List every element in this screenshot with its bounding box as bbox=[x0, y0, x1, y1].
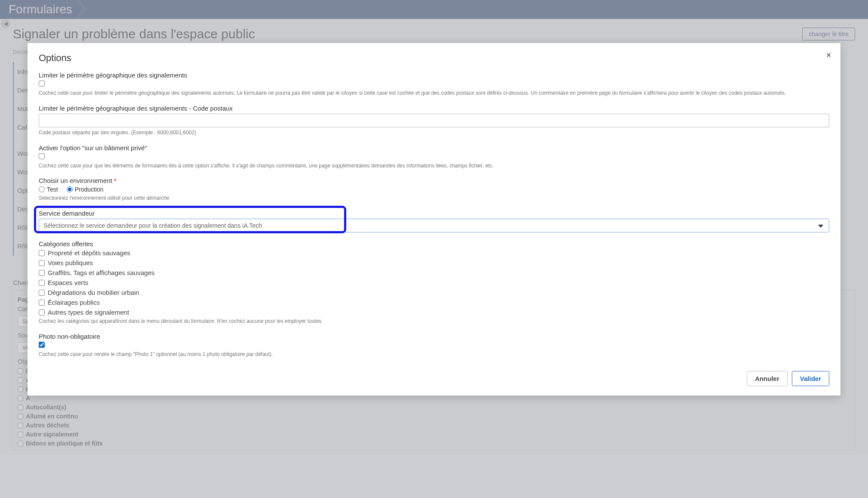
env-help: Sélectionnez l'environnement utilisé pou… bbox=[39, 195, 829, 202]
env-radio-test[interactable]: Test bbox=[39, 186, 58, 193]
categories-label: Catégories offertes bbox=[39, 240, 829, 247]
modal-backdrop: Options × Limiter le périmètre géographi… bbox=[0, 0, 868, 498]
perimeter-checkbox[interactable] bbox=[39, 80, 45, 87]
category-item[interactable]: Dégradations du mobilier urbain bbox=[39, 289, 829, 296]
category-item[interactable]: Propreté et dépôts sauvages bbox=[39, 249, 829, 257]
category-item[interactable]: Éclairages publics bbox=[39, 299, 829, 306]
service-highlight bbox=[36, 208, 344, 231]
category-item[interactable]: Graffitis, Tags et affichages sauvages bbox=[39, 269, 829, 276]
private-help: Cochez cette case pour que les éléments … bbox=[39, 162, 829, 170]
photo-help: Cochez cette case pour rendre le champ "… bbox=[39, 351, 829, 358]
photo-label: Photo non-obligatoire bbox=[39, 333, 829, 340]
category-item[interactable]: Autres types de signalement bbox=[39, 309, 829, 316]
categories-list: Propreté et dépôts sauvages Voies publiq… bbox=[39, 249, 829, 316]
options-modal: Options × Limiter le périmètre géographi… bbox=[28, 43, 840, 396]
postal-input[interactable] bbox=[39, 114, 829, 127]
env-label: Choisir un environnement * bbox=[39, 177, 829, 184]
modal-title: Options bbox=[39, 53, 829, 64]
perimeter-label: Limiter le périmètre géographique des si… bbox=[39, 71, 829, 79]
category-item[interactable]: Voies publiques bbox=[39, 259, 829, 266]
postal-help: Code postaux séparés par des virgules. (… bbox=[39, 129, 829, 136]
cancel-button[interactable]: Annuler bbox=[747, 371, 788, 386]
categories-help: Cochez les catégories qui apparaîtront d… bbox=[39, 318, 829, 325]
env-radio-production[interactable]: Production bbox=[67, 186, 104, 193]
photo-checkbox[interactable] bbox=[39, 342, 45, 348]
submit-button[interactable]: Valider bbox=[792, 371, 829, 386]
category-item[interactable]: Espaces verts bbox=[39, 279, 829, 286]
postal-label: Limiter le périmètre géographique des si… bbox=[39, 105, 829, 112]
close-icon[interactable]: × bbox=[826, 51, 831, 60]
perimeter-help: Cochez cette case pour limiter le périmè… bbox=[39, 90, 829, 97]
private-checkbox[interactable] bbox=[39, 153, 45, 159]
private-label: Activer l'option "sur un bâtiment privé" bbox=[39, 144, 829, 152]
